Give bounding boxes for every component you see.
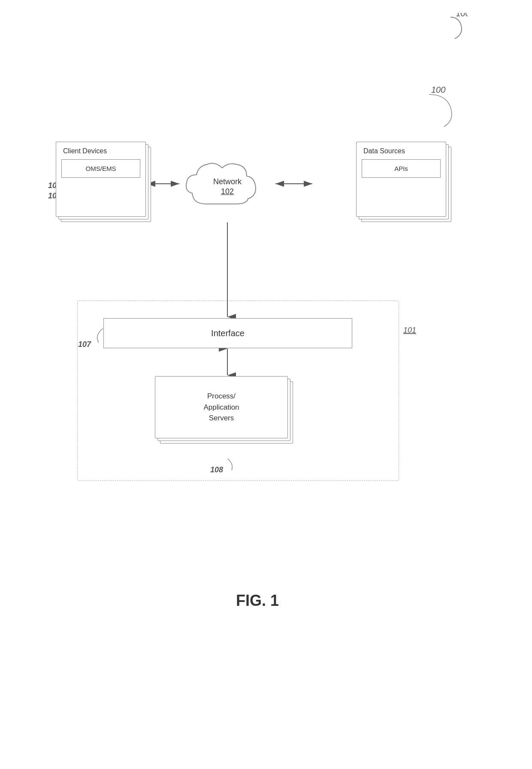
ref-100-label: 100 [433, 13, 468, 50]
oms-ems-box: OMS/EMS [61, 159, 140, 178]
interface-label: Interface [211, 328, 245, 338]
apis-box: APIs [362, 159, 441, 178]
process-servers-container: Process/ Application Servers [155, 376, 309, 453]
network-cloud: Network 102 [180, 152, 275, 221]
proc-main-box: Process/ Application Servers [155, 376, 288, 438]
svg-text:101: 101 [403, 326, 416, 334]
svg-text:100: 100 [431, 85, 445, 94]
process-servers-label: Process/ Application Servers [203, 391, 239, 424]
network-number: 102 [213, 187, 242, 197]
client-main-box: Client Devices OMS/EMS [56, 142, 146, 217]
client-devices-title: Client Devices [61, 147, 107, 155]
interface-box: Interface [103, 318, 352, 348]
network-label: Network 102 [213, 177, 242, 197]
svg-text:100: 100 [456, 13, 468, 18]
ds-main-box: Data Sources APIs [356, 142, 446, 217]
oms-ems-label: OMS/EMS [86, 165, 116, 172]
figure-label: FIG. 1 [236, 592, 279, 610]
system-101-container: Interface Process/ Application Servers [77, 301, 399, 481]
client-devices-container: Client Devices OMS/EMS [56, 142, 154, 228]
data-sources-container: Data Sources APIs [356, 142, 459, 228]
data-sources-title: Data Sources [362, 147, 405, 155]
apis-label: APIs [394, 165, 408, 172]
network-word: Network [213, 177, 242, 187]
